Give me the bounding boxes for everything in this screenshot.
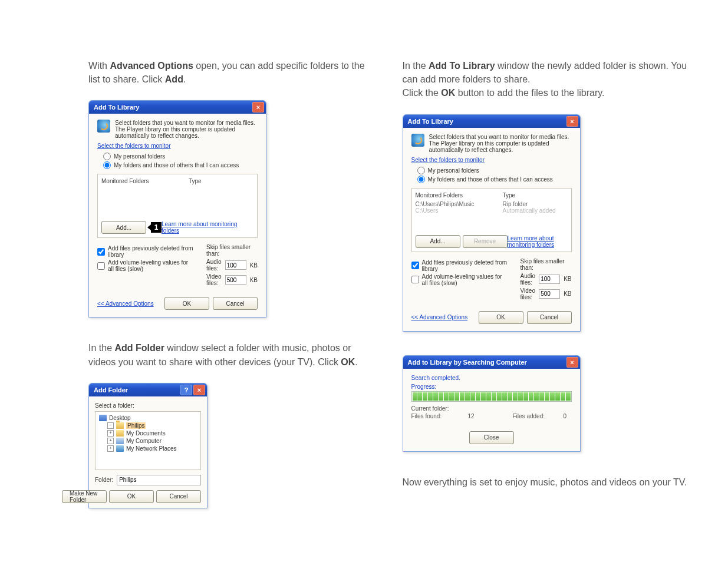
select-folders-link[interactable]: Select the folders to monitor [411,157,485,163]
current-folder-label: Current folder: [411,405,465,412]
close-icon[interactable]: × [193,385,205,395]
radio-personal-folders[interactable]: My personal folders [103,153,258,160]
audio-size-input[interactable] [225,260,246,270]
collapse-icon[interactable]: − [107,422,114,429]
col-monitored-folders: Monitored Folders [101,178,189,184]
add-to-library-window: Add To Library × Select folders that you… [403,114,581,332]
col-monitored-folders: Monitored Folders [416,192,503,199]
select-folders-link[interactable]: Select the folders to monitor [97,143,171,149]
folder-open-icon [116,422,124,429]
skip-files-label: Skip files smaller than: [206,244,258,257]
chk-add-deleted[interactable]: Add files previously deleted from librar… [97,245,195,258]
tree-item-selected[interactable]: Philips [126,422,146,429]
folder-icon [116,430,124,437]
close-icon[interactable]: × [252,102,264,113]
files-found-value: 12 [468,413,509,419]
select-folder-label: Select a folder: [95,402,201,409]
close-icon[interactable]: × [566,116,578,127]
audio-size-input[interactable] [539,275,560,284]
add-folder-window: Add Folder ? × Select a folder: Desktop … [88,383,207,508]
chk-add-deleted[interactable]: Add files previously deleted from librar… [411,259,509,272]
titlebar[interactable]: Add To Library × [89,101,266,114]
chk-volume-leveling[interactable]: Add volume-leveling values for all files… [97,259,195,272]
folder-list[interactable] [101,187,253,216]
files-added-label: Files added: [513,413,560,419]
col-type: Type [503,192,568,199]
folder-label: Folder: [95,477,113,483]
skip-files-label: Skip files smaller than: [521,258,572,271]
radio-my-and-others[interactable]: My folders and those of others that I ca… [103,161,258,169]
advanced-options-link[interactable]: << Advanced Options [97,300,154,307]
callout-marker: 1 [151,222,162,233]
files-added-value: 0 [564,413,572,419]
titlebar[interactable]: Add to Library by Searching Computer × [403,356,580,369]
window-title: Add Folder [94,386,128,394]
cancel-button[interactable]: Cancel [213,297,258,310]
wmp-icon [411,134,424,147]
instruction-text: In the Add Folder window select a folder… [88,341,379,368]
monitored-folders-panel: Monitored Folders Type C:\Users\Philips\… [411,188,572,252]
learn-more-link[interactable]: Learn more about monitoring folders [508,235,568,248]
add-to-library-window: Add To Library × Select folders that you… [88,100,266,318]
ok-button[interactable]: OK [479,311,523,324]
titlebar[interactable]: Add To Library × [403,115,580,128]
network-icon [116,445,124,452]
video-size-input[interactable] [225,275,246,285]
wmp-icon [97,120,110,133]
radio-personal-folders[interactable]: My personal folders [417,167,572,174]
add-button[interactable]: Add... [416,235,460,248]
advanced-options-link[interactable]: << Advanced Options [411,314,468,320]
folder-tree[interactable]: Desktop −Philips +My Documents +My Compu… [95,411,201,470]
list-item: C:\UsersAutomatically added [416,207,568,214]
help-icon[interactable]: ? [180,385,192,395]
folder-list[interactable]: C:\Users\Philips\MusicRip folder C:\User… [416,201,568,230]
files-found-label: Files found: [411,413,465,419]
chk-volume-leveling[interactable]: Add volume-leveling values for all files… [411,273,509,286]
radio-my-and-others[interactable]: My folders and those of others that I ca… [417,176,572,183]
cancel-button[interactable]: Cancel [156,490,201,503]
computer-icon [116,438,124,444]
folder-name-input[interactable] [117,475,201,485]
video-size-input[interactable] [539,289,560,299]
tree-item[interactable]: My Computer [126,438,162,444]
expand-icon[interactable]: + [107,438,114,444]
window-title: Add to Library by Searching Computer [408,359,527,366]
progress-bar [411,391,572,402]
close-button[interactable]: Close [469,431,514,444]
ok-button[interactable]: OK [109,490,154,503]
current-folder-value [468,405,509,412]
window-title: Add To Library [408,118,453,125]
audio-files-label: Audio files: [206,259,222,272]
tree-item[interactable]: My Network Places [126,445,177,452]
instruction-text: In the Add To Library window the newly a… [403,59,693,100]
ok-button[interactable]: OK [164,297,209,310]
make-new-folder-button[interactable]: Make New Folder [62,490,107,503]
instruction-text: Now everything is set to enjoy music, ph… [403,475,693,489]
progress-label: Progress: [411,384,572,390]
desktop-icon [99,415,107,421]
window-title: Add To Library [94,104,139,111]
remove-button[interactable]: Remove [463,235,508,248]
dialog-description: Select folders that you want to monitor … [115,120,258,139]
expand-icon[interactable]: + [107,445,114,452]
close-icon[interactable]: × [566,357,578,368]
search-status: Search completed. [411,375,572,381]
cancel-button[interactable]: Cancel [527,311,572,324]
titlebar[interactable]: Add Folder ? × [89,384,207,396]
video-files-label: Video files: [206,273,222,286]
instruction-text: With Advanced Options open, you can add … [88,59,379,86]
search-progress-window: Add to Library by Searching Computer × S… [403,355,581,452]
monitored-folders-panel: Monitored Folders Type Add... 1 Learn mo… [97,174,258,238]
col-type: Type [189,178,253,184]
expand-icon[interactable]: + [107,430,114,437]
learn-more-link[interactable]: Learn more about monitoring folders [162,221,253,234]
list-item: C:\Users\Philips\MusicRip folder [416,201,568,207]
dialog-description: Select folders that you want to monitor … [429,134,572,153]
add-button[interactable]: Add... [101,221,146,234]
tree-item[interactable]: My Documents [126,430,166,437]
